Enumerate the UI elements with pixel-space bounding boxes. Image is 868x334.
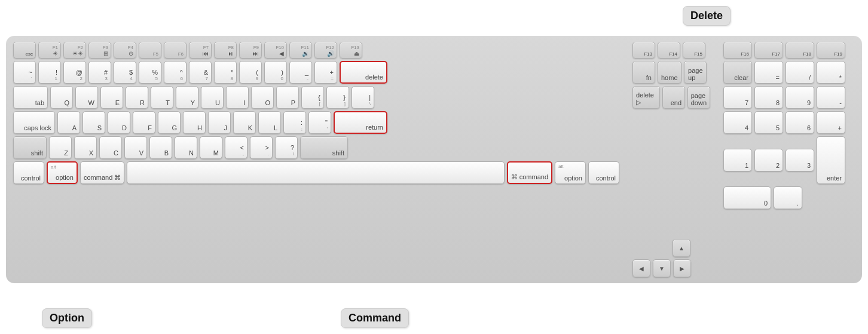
key-delete-fwd[interactable]: delete ▷ bbox=[632, 86, 660, 109]
key-control-left[interactable]: control bbox=[13, 161, 44, 184]
key-f4[interactable]: F4⊙ bbox=[114, 42, 136, 59]
key-f11[interactable]: F11🔉 bbox=[289, 42, 312, 59]
key-h[interactable]: H bbox=[183, 111, 206, 134]
key-equals[interactable]: += bbox=[314, 61, 337, 84]
key-f7[interactable]: F7⏮ bbox=[189, 42, 212, 59]
key-f13[interactable]: F13⏏ bbox=[340, 42, 362, 59]
key-arrow-left[interactable]: ◀ bbox=[632, 259, 650, 277]
key-z[interactable]: Z bbox=[49, 136, 72, 159]
key-d[interactable]: D bbox=[108, 111, 130, 134]
key-f8[interactable]: F8⏯ bbox=[214, 42, 237, 59]
key-np-8[interactable]: 8 bbox=[754, 86, 783, 109]
key-f6[interactable]: F6 bbox=[164, 42, 187, 59]
key-1[interactable]: !1 bbox=[38, 61, 61, 84]
key-np-9[interactable]: 9 bbox=[786, 86, 814, 109]
key-np-f17[interactable]: F17 bbox=[754, 42, 783, 59]
key-np-f18[interactable]: F18 bbox=[786, 42, 814, 59]
key-delete[interactable]: delete bbox=[340, 61, 387, 84]
key-e[interactable]: E bbox=[100, 86, 123, 109]
key-fn[interactable]: fn bbox=[632, 61, 655, 84]
key-f15-nav[interactable]: F15 bbox=[683, 42, 705, 59]
key-x[interactable]: X bbox=[74, 136, 97, 159]
key-np-enter[interactable]: enter bbox=[817, 136, 845, 184]
key-q[interactable]: Q bbox=[50, 86, 73, 109]
key-r[interactable]: R bbox=[126, 86, 148, 109]
key-home[interactable]: home bbox=[658, 61, 681, 84]
key-j[interactable]: J bbox=[208, 111, 231, 134]
key-lbracket[interactable]: {[ bbox=[301, 86, 324, 109]
key-4[interactable]: $4 bbox=[114, 61, 136, 84]
key-2[interactable]: @2 bbox=[63, 61, 86, 84]
key-space[interactable] bbox=[127, 161, 504, 184]
key-w[interactable]: W bbox=[75, 86, 98, 109]
key-7[interactable]: &7 bbox=[189, 61, 212, 84]
key-f3[interactable]: F3⊞ bbox=[88, 42, 111, 59]
key-backtick[interactable]: ~` bbox=[13, 61, 36, 84]
key-capslock[interactable]: caps lock bbox=[13, 111, 55, 134]
key-m[interactable]: M bbox=[200, 136, 222, 159]
key-np-5[interactable]: 5 bbox=[754, 111, 783, 134]
key-f13-nav[interactable]: F13 bbox=[632, 42, 655, 59]
key-option-left[interactable]: altoption bbox=[47, 161, 78, 184]
key-arrow-right[interactable]: ▶ bbox=[673, 259, 691, 277]
key-f14-nav[interactable]: F14 bbox=[658, 42, 680, 59]
key-arrow-down[interactable]: ▼ bbox=[653, 259, 671, 277]
key-5[interactable]: %5 bbox=[139, 61, 161, 84]
key-f1[interactable]: F1☀ bbox=[38, 42, 61, 59]
key-return[interactable]: return bbox=[334, 111, 387, 134]
key-s[interactable]: S bbox=[82, 111, 105, 134]
key-np-f16[interactable]: F16 bbox=[723, 42, 752, 59]
key-n[interactable]: N bbox=[175, 136, 197, 159]
key-np-2[interactable]: 2 bbox=[754, 149, 783, 171]
key-np-decimal[interactable]: . bbox=[774, 186, 802, 209]
key-np-clear[interactable]: clear bbox=[723, 61, 752, 84]
key-minus[interactable]: _- bbox=[289, 61, 312, 84]
key-esc[interactable]: esc bbox=[13, 42, 36, 59]
key-np-f19[interactable]: F19 bbox=[817, 42, 845, 59]
key-p[interactable]: P bbox=[276, 86, 299, 109]
key-3[interactable]: #3 bbox=[88, 61, 111, 84]
key-pagedown[interactable]: pagedown bbox=[687, 86, 710, 109]
key-f10[interactable]: F10◀ bbox=[264, 42, 287, 59]
key-b[interactable]: B bbox=[149, 136, 172, 159]
key-end[interactable]: end bbox=[662, 86, 685, 109]
key-np-plus[interactable]: + bbox=[817, 111, 845, 134]
key-command-right[interactable]: ⌘ command bbox=[507, 161, 552, 184]
key-v[interactable]: V bbox=[124, 136, 147, 159]
key-i[interactable]: I bbox=[226, 86, 249, 109]
key-0[interactable]: )0 bbox=[264, 61, 287, 84]
key-np-equals[interactable]: = bbox=[754, 61, 783, 84]
key-comma[interactable]: <, bbox=[225, 136, 247, 159]
key-a[interactable]: A bbox=[57, 111, 80, 134]
key-control-right[interactable]: control bbox=[588, 161, 619, 184]
key-np-1[interactable]: 1 bbox=[723, 149, 752, 171]
key-f[interactable]: F bbox=[133, 111, 155, 134]
key-np-0[interactable]: 0 bbox=[723, 186, 771, 209]
key-u[interactable]: U bbox=[201, 86, 224, 109]
key-c[interactable]: C bbox=[99, 136, 122, 159]
key-tab[interactable]: tab bbox=[13, 86, 48, 109]
key-9[interactable]: (9 bbox=[239, 61, 262, 84]
key-f12[interactable]: F12🔊 bbox=[314, 42, 337, 59]
key-y[interactable]: Y bbox=[176, 86, 198, 109]
key-pageup[interactable]: pageup bbox=[684, 61, 707, 84]
key-shift-right[interactable]: shift bbox=[300, 136, 348, 159]
key-option-right[interactable]: altoption bbox=[555, 161, 586, 184]
key-8[interactable]: *8 bbox=[214, 61, 237, 84]
key-slash[interactable]: ?/ bbox=[275, 136, 298, 159]
key-np-7[interactable]: 7 bbox=[723, 86, 752, 109]
key-arrow-up[interactable]: ▲ bbox=[673, 239, 690, 257]
key-6[interactable]: ^6 bbox=[164, 61, 187, 84]
key-np-3[interactable]: 3 bbox=[786, 149, 814, 171]
key-f2[interactable]: F2☀☀ bbox=[63, 42, 86, 59]
key-k[interactable]: K bbox=[233, 111, 256, 134]
key-command-left[interactable]: command ⌘ bbox=[80, 161, 124, 184]
key-rbracket[interactable]: }] bbox=[326, 86, 349, 109]
key-g[interactable]: G bbox=[158, 111, 181, 134]
key-np-divide[interactable]: / bbox=[786, 61, 814, 84]
key-backslash[interactable]: |\ bbox=[352, 86, 374, 109]
key-quote[interactable]: "' bbox=[308, 111, 331, 134]
key-np-multiply[interactable]: * bbox=[817, 61, 845, 84]
key-f9[interactable]: F9⏭ bbox=[239, 42, 262, 59]
key-np-6[interactable]: 6 bbox=[786, 111, 814, 134]
